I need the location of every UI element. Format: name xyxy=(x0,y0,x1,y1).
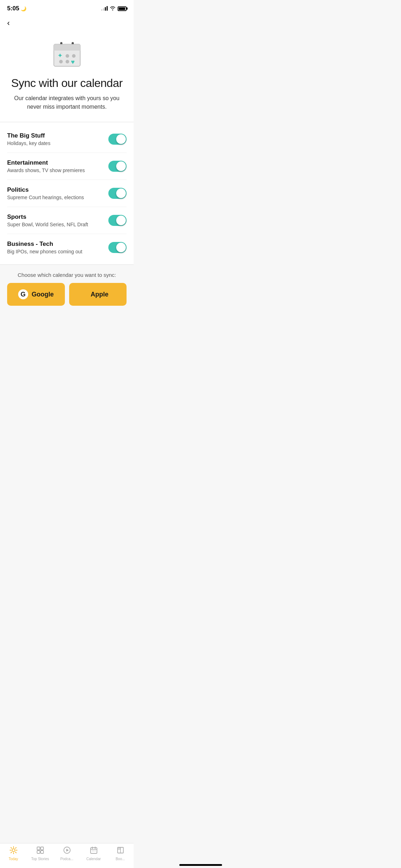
status-right xyxy=(101,6,127,11)
svg-text:♥: ♥ xyxy=(71,58,75,66)
setting-item-big-stuff: The Big Stuff Holidays, key dates xyxy=(7,126,127,153)
apple-label: Apple xyxy=(91,291,108,298)
svg-point-8 xyxy=(59,60,63,63)
toggle-big-stuff[interactable] xyxy=(108,134,127,145)
setting-desc-big-stuff: Holidays, key dates xyxy=(7,140,108,146)
toggle-entertainment[interactable] xyxy=(108,161,127,172)
setting-title-big-stuff: The Big Stuff xyxy=(7,132,108,139)
wifi-icon xyxy=(110,6,115,11)
toggle-knob-sports xyxy=(116,216,126,225)
setting-desc-politics: Supreme Court hearings, elections xyxy=(7,195,108,200)
hero-section: ✦ ♥ Sync with our calendar Our calendar … xyxy=(0,31,134,122)
setting-desc-business-tech: Big IPOs, new phones coming out xyxy=(7,249,108,254)
setting-title-politics: Politics xyxy=(7,186,108,193)
setting-title-sports: Sports xyxy=(7,213,108,221)
svg-text:✦: ✦ xyxy=(57,52,63,59)
google-label: Google xyxy=(32,291,54,298)
sync-label: Choose which calendar you want to sync: xyxy=(7,272,127,278)
svg-rect-4 xyxy=(54,48,80,51)
setting-title-business-tech: Business - Tech xyxy=(7,241,108,248)
settings-list: The Big Stuff Holidays, key dates Entert… xyxy=(0,122,134,264)
toggle-knob-business-tech xyxy=(116,243,126,252)
status-time: 5:05 🌙 xyxy=(7,5,26,12)
time-display: 5:05 xyxy=(7,5,19,12)
setting-item-business-tech: Business - Tech Big IPOs, new phones com… xyxy=(7,234,127,261)
google-sync-button[interactable]: G Google xyxy=(7,283,65,306)
toggle-politics[interactable] xyxy=(108,188,127,199)
toggle-knob-entertainment xyxy=(116,161,126,171)
hero-subtitle: Our calendar integrates with yours so yo… xyxy=(11,94,123,111)
apple-sync-button[interactable]: Apple xyxy=(69,283,127,306)
setting-item-sports: Sports Super Bowl, World Series, NFL Dra… xyxy=(7,207,127,234)
nav-bar: ‹ xyxy=(0,14,134,31)
google-icon: G xyxy=(18,289,28,299)
setting-desc-entertainment: Awards shows, TV show premieres xyxy=(7,167,108,173)
sync-section: Choose which calendar you want to sync: … xyxy=(0,265,134,311)
battery-icon xyxy=(118,6,127,11)
svg-point-9 xyxy=(66,60,69,63)
svg-point-6 xyxy=(66,54,69,58)
moon-icon: 🌙 xyxy=(21,6,26,11)
status-bar: 5:05 🌙 xyxy=(0,0,134,14)
toggle-sports[interactable] xyxy=(108,215,127,226)
calendar-icon: ✦ ♥ xyxy=(51,38,83,70)
signal-icon xyxy=(101,6,108,11)
hero-title: Sync with our calendar xyxy=(11,76,123,90)
sync-buttons: G Google Apple xyxy=(7,283,127,306)
setting-desc-sports: Super Bowl, World Series, NFL Draft xyxy=(7,222,108,227)
setting-item-entertainment: Entertainment Awards shows, TV show prem… xyxy=(7,153,127,180)
setting-item-politics: Politics Supreme Court hearings, electio… xyxy=(7,180,127,207)
toggle-knob-politics xyxy=(116,188,126,198)
setting-title-entertainment: Entertainment xyxy=(7,159,108,166)
toggle-knob-big-stuff xyxy=(116,134,126,144)
back-button[interactable]: ‹ xyxy=(7,17,12,29)
toggle-business-tech[interactable] xyxy=(108,242,127,253)
svg-point-7 xyxy=(72,54,76,58)
